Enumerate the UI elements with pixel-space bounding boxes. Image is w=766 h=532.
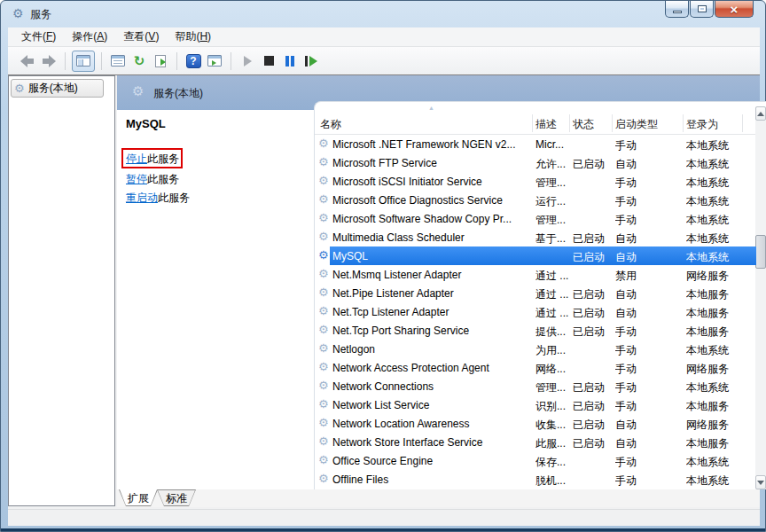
service-startup-type: 自动 <box>615 157 681 172</box>
service-logon-as: 本地服务 <box>686 399 756 414</box>
service-startup-type: 手动 <box>615 325 681 340</box>
table-row[interactable]: ⚙Net.Msmq Listener Adapter通过 ...禁用网络服务 <box>315 265 756 284</box>
column-header-desc[interactable]: 描述 <box>535 117 557 132</box>
show-action-pane-button[interactable] <box>205 52 224 70</box>
table-row[interactable]: ⚙Network List Service识别...已启动手动本地服务 <box>315 395 756 414</box>
service-gear-icon: ⚙ <box>318 417 329 429</box>
table-row-selected[interactable]: ⚙MySQL已启动自动本地系统 <box>315 246 756 265</box>
export-list-icon <box>155 55 166 67</box>
back-button[interactable] <box>18 52 37 70</box>
restart-service-button[interactable] <box>301 52 321 70</box>
service-startup-type: 手动 <box>615 380 681 395</box>
tab-extended[interactable]: 扩展 <box>119 489 158 506</box>
table-row[interactable]: ⚙Net.Tcp Port Sharing Service提供...已启动手动本… <box>315 321 756 340</box>
scroll-down-button[interactable] <box>755 475 766 489</box>
service-startup-type: 手动 <box>615 455 681 470</box>
table-row[interactable]: ⚙Network Location Awareness收集...已启动自动网络服… <box>315 414 756 433</box>
help-button[interactable]: ? <box>184 52 203 70</box>
properties-button[interactable] <box>108 52 128 70</box>
service-description: 提供... <box>535 325 571 340</box>
column-divider[interactable] <box>742 114 743 132</box>
stop-service-button[interactable] <box>259 52 278 70</box>
service-name: Office Source Engine <box>332 455 529 467</box>
table-header: ▲ 名称 描述 状态 启动类型 登录为 <box>315 102 766 135</box>
forward-button[interactable] <box>39 52 59 70</box>
column-divider[interactable] <box>532 114 533 132</box>
toolbar-separator <box>101 52 102 70</box>
service-gear-icon: ⚙ <box>318 435 329 448</box>
service-description: 管理... <box>535 213 571 228</box>
table-row[interactable]: ⚙Network Store Interface Service此服...已启动… <box>315 433 756 451</box>
column-divider[interactable] <box>683 114 684 132</box>
service-gear-icon: ⚙ <box>318 305 329 317</box>
window-frame-bottom <box>1 528 765 531</box>
maximize-button[interactable] <box>690 1 714 18</box>
refresh-button[interactable]: ↻ <box>129 52 149 70</box>
pause-service-button[interactable] <box>280 52 300 70</box>
service-gear-icon: ⚙ <box>318 137 329 150</box>
title-bar[interactable]: ⚙ 服务 × <box>1 1 765 27</box>
menu-item-V[interactable]: 查看(V) <box>115 27 167 46</box>
column-divider[interactable] <box>569 114 570 132</box>
column-header-startup[interactable]: 启动类型 <box>615 117 658 132</box>
export-list-button[interactable] <box>151 52 170 70</box>
services-gear-icon: ⚙ <box>132 83 144 99</box>
table-row[interactable]: ⚙Network Connections管理...已启动手动本地系统 <box>315 377 756 395</box>
table-row[interactable]: ⚙Offline Files脱机...手动本地系统 <box>315 470 756 489</box>
service-name: Microsoft .NET Framework NGEN v2... <box>332 138 529 151</box>
toolbar: ↻ ? <box>8 47 760 74</box>
tab-standard[interactable]: 标准 <box>157 489 196 506</box>
table-row[interactable]: ⚙Netlogon为用...手动本地系统 <box>315 340 756 358</box>
service-logon-as: 网络服务 <box>686 418 756 433</box>
table-row[interactable]: ⚙Network Access Protection Agent网络...手动网… <box>315 358 756 377</box>
scroll-up-icon <box>757 108 764 116</box>
table-row[interactable]: ⚙Microsoft .NET Framework NGEN v2...Micr… <box>315 135 756 153</box>
column-divider[interactable] <box>612 114 613 132</box>
menu-bar: 文件(F)操作(A)查看(V)帮助(H) <box>8 27 760 47</box>
services-rows: ⚙Microsoft .NET Framework NGEN v2...Micr… <box>315 135 756 489</box>
table-row[interactable]: ⚙Microsoft Software Shadow Copy Pr...管理.… <box>315 209 756 228</box>
pause-link-action[interactable]: 暂停 <box>126 173 147 185</box>
stop-link-action[interactable]: 停止 <box>126 153 147 165</box>
scrollbar-thumb[interactable] <box>755 235 766 269</box>
service-description: 收集... <box>535 418 571 433</box>
table-row[interactable]: ⚙Multimedia Class Scheduler基于...已启动自动本地系… <box>315 228 756 246</box>
vertical-scrollbar[interactable] <box>755 106 766 489</box>
menu-item-H[interactable]: 帮助(H) <box>167 27 219 46</box>
column-header-name[interactable]: 名称 <box>320 117 341 132</box>
tree-item-label: 服务(本地) <box>28 81 78 96</box>
service-startup-type: 手动 <box>615 399 681 414</box>
service-startup-type: 自动 <box>615 250 681 265</box>
close-icon: × <box>731 3 739 16</box>
table-row[interactable]: ⚙Office Source Engine保存...手动本地系统 <box>315 451 756 470</box>
back-icon <box>20 57 35 66</box>
table-row[interactable]: ⚙Microsoft iSCSI Initiator Service管理...手… <box>315 172 756 191</box>
tree-item-services-local[interactable]: ⚙ 服务(本地) <box>11 79 104 98</box>
stop-service-link[interactable]: 停止此服务 <box>126 152 179 167</box>
pause-service-link[interactable]: 暂停此服务 <box>126 172 179 187</box>
column-header-status[interactable]: 状态 <box>573 117 594 132</box>
table-row[interactable]: ⚙Microsoft FTP Service允许...已启动自动本地系统 <box>315 153 756 172</box>
table-row[interactable]: ⚙Microsoft Office Diagnostics Service运行.… <box>315 191 756 209</box>
menu-item-F[interactable]: 文件(F) <box>13 27 64 46</box>
service-logon-as: 本地系统 <box>686 250 756 265</box>
service-gear-icon: ⚙ <box>318 212 329 224</box>
services-extended-panel: ⚙ 服务(本地) MySQL 停止此服务 暂停此服务 重启动此服务 ▲ 名称 描… <box>117 75 760 507</box>
tab-extended-label: 扩展 <box>119 491 158 506</box>
show-console-tree-button[interactable] <box>72 51 95 72</box>
menu-item-A[interactable]: 操作(A) <box>64 27 115 46</box>
start-service-button[interactable] <box>238 52 257 70</box>
scroll-up-button[interactable] <box>755 106 766 121</box>
table-row[interactable]: ⚙Net.Pipe Listener Adapter通过 ...已启动自动本地服… <box>315 284 756 302</box>
service-gear-icon: ⚙ <box>318 156 329 168</box>
table-row[interactable]: ⚙Net.Tcp Listener Adapter通过 ...已启动自动本地服务 <box>315 302 756 321</box>
console-tree-icon <box>76 55 90 66</box>
column-header-logon[interactable]: 登录为 <box>686 117 718 132</box>
service-startup-type: 手动 <box>615 213 681 228</box>
minimize-button[interactable] <box>665 1 689 18</box>
service-description: 允许... <box>535 157 571 172</box>
restart-service-link[interactable]: 重启动此服务 <box>126 191 190 206</box>
close-button[interactable]: × <box>715 1 754 18</box>
service-logon-as: 本地系统 <box>686 194 756 209</box>
restart-link-action[interactable]: 重启动 <box>126 192 158 204</box>
